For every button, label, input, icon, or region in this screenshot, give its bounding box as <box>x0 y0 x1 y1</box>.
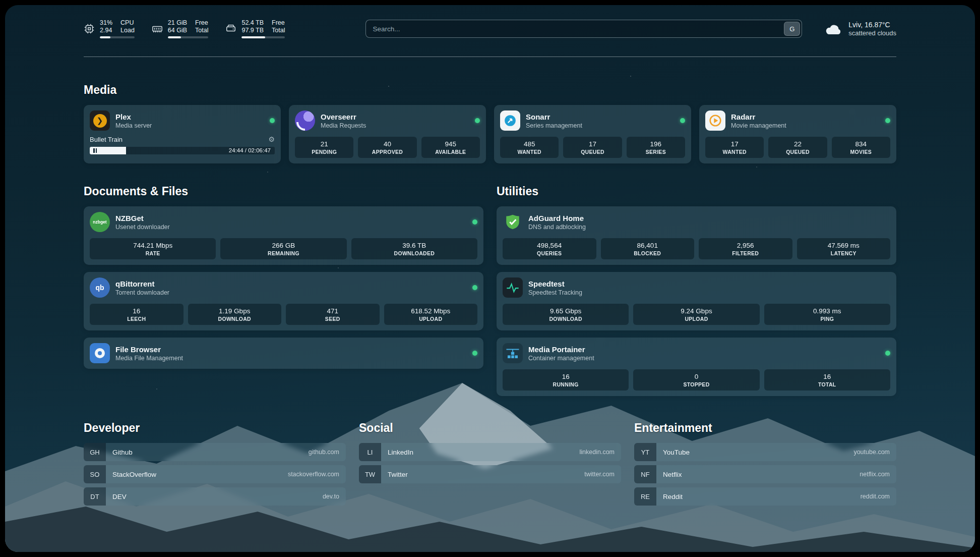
bookmark-url: github.com <box>309 449 339 456</box>
bookmark-netflix[interactable]: NF Netflix netflix.com <box>634 465 896 483</box>
bookmark-abbr: TW <box>359 465 381 483</box>
service-card-filebrowser[interactable]: File Browser Media File Management <box>84 338 483 369</box>
stat-pending: 21 PENDING <box>295 137 353 158</box>
bookmark-name: LinkedIn <box>388 449 413 456</box>
service-name: Sonarr <box>526 112 582 122</box>
header-divider <box>84 57 896 57</box>
bookmark-stackoverflow[interactable]: SO StackOverflow stackoverflow.com <box>84 465 346 483</box>
bookmark-linkedin[interactable]: LI LinkedIn linkedin.com <box>359 443 621 461</box>
documents-column: Documents & Files nzbget NZBGet Usenet d… <box>84 185 483 369</box>
stat-upload: 9.24 Gbps UPLOAD <box>633 304 759 325</box>
memory-progress-bar <box>168 36 209 38</box>
pause-icon[interactable] <box>93 148 97 153</box>
disk-label-top: Free <box>272 19 285 26</box>
bookmark-abbr: YT <box>634 443 656 461</box>
service-card-qbittorrent[interactable]: qb qBittorrent Torrent downloader 16 LEE… <box>84 272 483 330</box>
bookmark-twitter[interactable]: TW Twitter twitter.com <box>359 465 621 483</box>
stat-upload: 618.52 Mbps UPLOAD <box>384 304 478 325</box>
stat-filtered: 2,956 FILTERED <box>699 238 792 259</box>
qbittorrent-icon: qb <box>90 277 110 298</box>
service-subtitle: Media server <box>115 122 152 130</box>
section-title-social: Social <box>359 421 621 435</box>
section-title-entertainment: Entertainment <box>634 421 896 435</box>
bookmark-name: StackOverflow <box>112 471 156 478</box>
status-online-dot <box>885 351 890 356</box>
bookmark-dev[interactable]: DT DEV dev.to <box>84 487 346 506</box>
service-subtitle: Speedtest Tracking <box>528 289 582 297</box>
filebrowser-icon <box>90 343 110 363</box>
stat-total: 16 TOTAL <box>764 369 890 391</box>
service-card-nzbget[interactable]: nzbget NZBGet Usenet downloader 744.21 M… <box>84 206 483 265</box>
stat-blocked: 86,401 BLOCKED <box>601 238 695 259</box>
stat-queued: 22 QUEUED <box>768 137 827 158</box>
cpu-label-top: CPU <box>120 19 135 26</box>
service-card-sonarr[interactable]: Sonarr Series management 485 WANTED 17 Q… <box>494 105 691 163</box>
disk-label-bottom: Total <box>272 27 285 34</box>
status-online-dot <box>472 219 477 225</box>
bookmark-github[interactable]: GH Github github.com <box>84 443 346 461</box>
playback-time: 24:44 / 02:06:47 <box>229 147 271 153</box>
stat-queued: 17 QUEUED <box>563 137 622 158</box>
service-name: Media Portainer <box>528 345 594 354</box>
service-card-speedtest[interactable]: Speedtest Speedtest Tracking 9.65 Gbps D… <box>497 272 896 330</box>
service-subtitle: Media Requests <box>321 122 366 130</box>
bookmark-abbr: DT <box>84 487 106 506</box>
bookmark-group-entertainment: Entertainment YT YouTube youtube.com NF … <box>634 421 896 506</box>
radarr-icon <box>705 110 725 131</box>
status-online-dot <box>885 118 890 123</box>
status-online-dot <box>475 118 480 123</box>
service-card-portainer[interactable]: Media Portainer Container management 16 … <box>497 338 896 396</box>
service-name: qBittorrent <box>115 279 169 289</box>
service-name: Plex <box>115 112 152 122</box>
disk-total-value: 97.9 TB <box>241 27 264 34</box>
snow-specks <box>5 5 6 6</box>
memory-label-top: Free <box>195 19 208 26</box>
service-name: Overseerr <box>321 112 366 122</box>
section-title-developer: Developer <box>84 421 346 435</box>
status-online-dot <box>680 118 685 123</box>
service-name: File Browser <box>115 345 183 354</box>
cloud-icon <box>824 21 843 36</box>
search-input[interactable] <box>368 25 784 33</box>
cpu-label-bottom: Load <box>120 27 135 34</box>
bookmark-group-social: Social LI LinkedIn linkedin.com TW Twitt… <box>359 421 621 506</box>
playback-progress-bar[interactable]: 24:44 / 02:06:47 <box>90 147 275 154</box>
cpu-usage-value: 31% <box>100 19 112 26</box>
top-bar: 31% CPU 2.94 Load 21 GiB Free 64 <box>84 19 896 38</box>
nzbget-icon: nzbget <box>90 212 110 232</box>
overseerr-icon <box>295 110 315 131</box>
stat-stopped: 0 STOPPED <box>633 369 759 391</box>
service-card-plex[interactable]: ❯ Plex Media server Bullet Train ⚙ 24:44… <box>84 105 281 163</box>
bookmark-reddit[interactable]: RE Reddit reddit.com <box>634 487 896 506</box>
media-grid: ❯ Plex Media server Bullet Train ⚙ 24:44… <box>84 105 896 163</box>
service-card-adguard[interactable]: AdGuard Home DNS and adblocking 498,564 … <box>497 206 896 265</box>
service-name: AdGuard Home <box>528 213 586 223</box>
bookmark-url: stackoverflow.com <box>288 471 339 478</box>
stat-approved: 40 APPROVED <box>358 137 416 158</box>
bookmark-youtube[interactable]: YT YouTube youtube.com <box>634 443 896 461</box>
stat-wanted: 485 WANTED <box>500 137 559 158</box>
bookmark-name: Netflix <box>663 471 682 478</box>
service-subtitle: Series management <box>526 122 582 130</box>
service-card-overseerr[interactable]: Overseerr Media Requests 21 PENDING 40 A… <box>289 105 486 163</box>
settings-gear-icon[interactable]: ⚙ <box>268 135 275 143</box>
bookmark-abbr: NF <box>634 465 656 483</box>
now-playing-title: Bullet Train <box>90 136 122 143</box>
disk-free-value: 52.4 TB <box>241 19 264 26</box>
service-card-radarr[interactable]: Radarr Movie management 17 WANTED 22 QUE… <box>699 105 896 163</box>
memory-icon <box>152 23 163 34</box>
status-online-dot <box>472 351 477 356</box>
portainer-icon <box>503 343 523 363</box>
memory-total-value: 64 GiB <box>168 27 187 34</box>
memory-free-value: 21 GiB <box>168 19 187 26</box>
stat-ping: 0.993 ms PING <box>764 304 890 325</box>
cpu-progress-bar <box>100 36 135 38</box>
bookmark-group-developer: Developer GH Github github.com SO StackO… <box>84 421 346 506</box>
bookmark-name: DEV <box>112 493 127 500</box>
search-provider-button[interactable]: G <box>784 22 800 36</box>
stat-latency: 47.569 ms LATENCY <box>797 238 891 259</box>
bookmark-url: linkedin.com <box>580 449 615 456</box>
section-title-media: Media <box>84 83 896 97</box>
weather-widget[interactable]: Lviv, 16.87°C scattered clouds <box>824 21 896 37</box>
speedtest-icon <box>503 277 523 298</box>
